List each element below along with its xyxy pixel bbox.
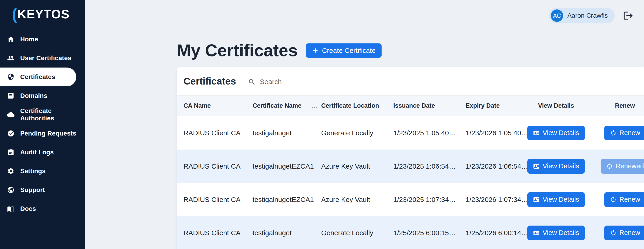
sidebar-item-label: User Certificates [20, 54, 72, 62]
renew-button[interactable]: Renew [604, 126, 644, 140]
sidebar-item-label: Support [20, 186, 45, 194]
ca-name-cell: RADIUS Client CA [184, 162, 252, 170]
column-header-view-details: View Details [522, 102, 590, 109]
table-row: RADIUS Client CA testigalnugetEZCA1 Azur… [177, 183, 644, 216]
keytos-logo-mark: ( [12, 6, 17, 22]
card-head: Certificates [177, 67, 644, 95]
certificate-location-cell: Azure Key Vault [321, 162, 393, 170]
view-details-button[interactable]: View Details [527, 192, 584, 207]
table-row: RADIUS Client CA testigalnuget Generate … [177, 216, 644, 249]
sidebar-nav: Home User Certificates Certificates Doma… [0, 30, 85, 218]
issuance-date-cell: 1/23/2025 1:07:34… [393, 196, 466, 204]
column-header-expiry-date: Expiry Date [466, 102, 522, 109]
view-details-button[interactable]: View Details [527, 159, 584, 174]
sidebar-item-domains[interactable]: Domains [0, 86, 85, 105]
search-icon [248, 78, 256, 86]
domains-icon [7, 92, 15, 100]
certificate-name-cell: testigalnugetEZCA1 [252, 196, 321, 204]
create-certificate-button[interactable]: Create Certificate [306, 44, 381, 58]
user-chip[interactable]: AC Aaron Crawfis [549, 8, 614, 24]
expiry-date-cell: 1/23/2026 1:05:40… [466, 129, 522, 137]
sidebar-item-label: Audit Logs [20, 148, 54, 156]
certificate-name-cell: testigalnugetEZCA1 [252, 162, 321, 170]
main-content: AC Aaron Crawfis My Certificates Create … [85, 0, 644, 249]
issuance-date-cell: 1/23/2025 1:06:54… [393, 162, 466, 170]
certificate-location-cell: Azure Key Vault [321, 196, 393, 204]
table-row: RADIUS Client CA testigalnuget Generate … [177, 116, 644, 150]
column-header-renew: Renew [590, 102, 644, 109]
renew-button[interactable]: Renew [604, 192, 644, 207]
renew-button[interactable]: Renew [604, 226, 644, 240]
settings-icon [7, 167, 15, 175]
ca-name-cell: RADIUS Client CA [184, 129, 252, 137]
docs-icon [7, 205, 15, 213]
certificate-location-cell: Generate Locally [321, 229, 393, 237]
issuance-date-cell: 1/25/2025 6:00:15… [393, 229, 466, 237]
user-name: Aaron Crawfis [567, 12, 608, 19]
logout-icon [623, 10, 634, 21]
sidebar-item-label: Home [20, 36, 38, 43]
sidebar-item-label: Pending Requests [20, 130, 76, 137]
ca-name-cell: RADIUS Client CA [184, 196, 252, 204]
sidebar-item-settings[interactable]: Settings [0, 162, 85, 180]
page-title: My Certificates [177, 42, 298, 59]
app: ( KEYTOS Home User Certificates Cer [0, 0, 644, 249]
certificates-card: Certificates CA Name Certificate Name … … [177, 67, 644, 249]
search-field [248, 75, 509, 88]
sidebar-item-label: Certificate Authorities [20, 107, 85, 122]
certificate-location-cell: Generate Locally [321, 129, 393, 137]
sidebar-item-pending-requests[interactable]: Pending Requests [0, 124, 85, 143]
home-icon [7, 35, 15, 43]
column-header-ca-name: CA Name [184, 102, 252, 109]
sidebar-item-label: Domains [20, 92, 47, 100]
column-header-issuance-date: Issuance Date [393, 102, 466, 109]
renewed-button[interactable]: Renewed [600, 159, 644, 174]
search-input[interactable] [260, 78, 509, 86]
view-details-button[interactable]: View Details [527, 126, 584, 140]
sidebar-item-audit-logs[interactable]: Audit Logs [0, 143, 85, 162]
certificate-authorities-icon [7, 111, 15, 118]
pending-requests-icon [7, 130, 15, 137]
expiry-date-cell: 1/23/2026 1:07:34… [466, 196, 522, 204]
table-header-row: CA Name Certificate Name … Certificate L… [177, 95, 644, 116]
column-header-certificate-name: Certificate Name [252, 102, 311, 109]
sidebar-item-certificate-authorities[interactable]: Certificate Authorities [0, 105, 85, 124]
sidebar-item-docs[interactable]: Docs [0, 200, 85, 218]
keytos-logo: ( KEYTOS [0, 0, 85, 22]
view-details-button[interactable]: View Details [527, 226, 584, 240]
create-certificate-label: Create Certificate [322, 47, 376, 54]
logout-button[interactable] [622, 9, 635, 22]
sidebar-item-support[interactable]: Support [0, 180, 85, 200]
sidebar-item-user-certificates[interactable]: User Certificates [0, 49, 85, 68]
avatar: AC [551, 10, 563, 22]
expiry-date-cell: 1/23/2026 1:06:54… [466, 162, 522, 170]
audit-logs-icon [7, 148, 15, 156]
page-head: My Certificates Create Certificate [177, 42, 382, 59]
certificate-name-cell: testigalnuget [252, 229, 321, 237]
sidebar-item-certificates[interactable]: Certificates [0, 68, 76, 86]
topbar: AC Aaron Crawfis [549, 8, 635, 24]
support-icon [7, 186, 15, 194]
certificate-name-cell: testigalnuget [252, 129, 321, 137]
expiry-date-cell: 1/25/2026 6:00:14… [466, 229, 522, 237]
sidebar-item-label: Certificates [20, 73, 55, 81]
sidebar: ( KEYTOS Home User Certificates Cer [0, 0, 85, 249]
sidebar-item-label: Docs [20, 205, 36, 212]
column-header-certificate-location: Certificate Location [321, 102, 393, 109]
user-certificates-icon [7, 54, 15, 62]
column-header-overflow: … [311, 102, 321, 109]
sidebar-item-home[interactable]: Home [0, 30, 85, 49]
certificates-icon [7, 73, 15, 81]
ca-name-cell: RADIUS Client CA [184, 229, 252, 237]
sidebar-item-label: Settings [20, 168, 46, 175]
plus-icon [312, 47, 319, 54]
issuance-date-cell: 1/23/2025 1:05:40… [393, 129, 466, 137]
table-row: RADIUS Client CA testigalnugetEZCA1 Azur… [177, 150, 644, 183]
card-title: Certificates [184, 76, 236, 87]
keytos-logo-text: KEYTOS [18, 8, 70, 20]
